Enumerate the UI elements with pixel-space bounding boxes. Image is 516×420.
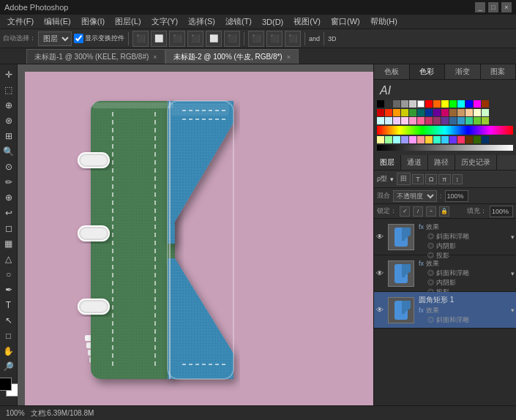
swatch-r4-3[interactable] [393,136,400,143]
align-center-v-button[interactable]: ⬜ [206,31,222,47]
layer-expand-1[interactable]: ▾ [511,255,515,291]
swatch-r4-13[interactable] [474,136,481,143]
layer-expand-0[interactable]: ▾ [511,219,515,255]
crop-tool[interactable]: ⊞ [1,129,16,143]
swatch-r3-4[interactable] [401,117,408,124]
blur-tool[interactable]: △ [1,252,16,266]
layer-type-btn-1[interactable]: 田 [397,173,411,185]
distribute-button[interactable]: ⬛ [248,31,264,47]
menu-window[interactable]: 窗口(W) [326,15,364,29]
swatch-r4-2[interactable] [385,136,392,143]
menu-text[interactable]: 文字(Y) [147,15,183,29]
menu-view[interactable]: 视图(V) [289,15,325,29]
menu-file[interactable]: 文件(F) [3,15,38,29]
swatch-yellow[interactable] [441,100,449,108]
swatch-r4-10[interactable] [449,136,457,143]
show-transform-checkbox[interactable] [74,34,83,43]
swatch-r2-13[interactable] [474,109,481,116]
doc-tab-0-close[interactable]: × [153,53,157,61]
swatch-red[interactable] [425,100,433,108]
menu-select[interactable]: 选择(S) [184,15,220,29]
path-tool[interactable]: ↖ [1,313,16,328]
swatch-lightgray[interactable] [401,100,408,108]
swatch-r2-5[interactable] [409,109,416,116]
panel-tab-swatches[interactable]: 色彩 [410,64,446,79]
lock-transparent-btn[interactable]: ✓ [400,206,410,217]
swatch-r4-14[interactable] [482,136,489,143]
show-transform-label[interactable]: 显示变换控件 [74,34,124,43]
tab-channels[interactable]: 通道 [401,155,428,170]
layer-type-btn-4[interactable]: π [438,174,450,184]
doc-tab-1[interactable]: 未标题-2 @ 100% (牛皮, RGB/8*) × [165,49,299,64]
swatch-r2-8[interactable] [433,109,441,116]
menu-filter[interactable]: 滤镜(T) [221,15,256,29]
tab-layers[interactable]: 图层 [374,155,401,170]
opacity-input[interactable] [445,190,468,202]
swatch-r4-7[interactable] [425,136,433,143]
swatch-r4-12[interactable] [465,136,473,143]
swatch-r2-2[interactable] [385,109,392,116]
swatch-r2-12[interactable] [465,109,473,116]
layer-type-btn-5[interactable]: ↕ [452,174,463,184]
swatch-r3-5[interactable] [409,117,416,124]
layer-type-btn-3[interactable]: Ω [425,174,438,184]
lasso-tool[interactable]: ⊕ [1,98,16,113]
lock-pixels-btn[interactable]: / [413,206,423,217]
swatch-r2-6[interactable] [417,109,425,116]
layer-item-0[interactable]: 👁 圆角矩形 1 拷贝 2 fx 效果 ◎ 斜面和浮雕 [374,219,516,255]
align-bottom-button[interactable]: ⬛ [224,31,240,47]
swatch-r3-14[interactable] [482,117,489,124]
swatch-brown[interactable] [482,100,489,108]
close-button[interactable]: × [501,2,512,12]
shape-tool[interactable]: □ [1,329,16,343]
swatch-r4-9[interactable] [441,136,449,143]
swatch-black[interactable] [377,100,384,108]
eyedropper-tool[interactable]: 🔍 [1,144,16,159]
lock-all-btn[interactable]: 🔒 [439,206,449,217]
swatch-magenta[interactable] [474,100,481,108]
swatch-r2-11[interactable] [457,109,465,116]
swatch-r3-10[interactable] [449,117,457,124]
menu-image[interactable]: 图像(I) [77,15,109,29]
swatch-r3-7[interactable] [425,117,433,124]
swatch-r3-8[interactable] [433,117,441,124]
menu-edit[interactable]: 编辑(E) [40,15,75,29]
swatch-r3-11[interactable] [457,117,465,124]
swatch-r4-5[interactable] [409,136,416,143]
swatch-r3-6[interactable] [417,117,425,124]
history-tool[interactable]: ↩ [1,206,16,220]
canvas-area[interactable] [18,64,373,405]
swatch-r3-12[interactable] [465,117,473,124]
swatch-r4-1[interactable] [377,136,384,143]
tab-paths[interactable]: 路径 [428,155,455,170]
swatch-r3-3[interactable] [393,117,400,124]
layer-type-btn-2[interactable]: T [412,174,424,184]
swatch-r4-11[interactable] [457,136,465,143]
select-tool[interactable]: ⬚ [1,83,16,97]
swatch-r2-7[interactable] [425,109,433,116]
doc-tab-1-close[interactable]: × [287,53,291,61]
gray-gradient[interactable] [377,145,513,151]
swatch-r2-10[interactable] [449,109,457,116]
hand-tool[interactable]: ✋ [1,344,16,359]
swatch-r2-3[interactable] [393,109,400,116]
text-tool[interactable]: T [1,298,16,312]
rainbow-gradient[interactable] [377,126,513,135]
swatch-blue[interactable] [465,100,473,108]
minimize-button[interactable]: _ [475,2,485,12]
pen-tool[interactable]: ✒ [1,282,16,297]
menu-help[interactable]: 帮助(H) [366,15,402,29]
swatch-r3-1[interactable] [377,117,384,124]
menu-3d[interactable]: 3D(D) [258,16,288,28]
layer-eye-0[interactable]: 👁 [374,219,386,255]
align-right-button[interactable]: ⬛ [169,31,185,47]
swatch-r4-6[interactable] [417,136,425,143]
gradient-tool[interactable]: ▦ [1,236,16,251]
window-controls[interactable]: _ □ × [475,2,512,12]
layer-expand-2[interactable]: ▾ [511,292,515,328]
auto-select-dropdown[interactable]: 图层 组 [38,31,72,46]
dodge-tool[interactable]: ○ [1,267,16,282]
layer-item-2[interactable]: 👁 圆角矩形 1 fx 效果 ◎ 斜面和浮雕 [374,292,516,329]
swatch-white[interactable] [417,100,425,108]
fill-input[interactable] [490,206,513,217]
